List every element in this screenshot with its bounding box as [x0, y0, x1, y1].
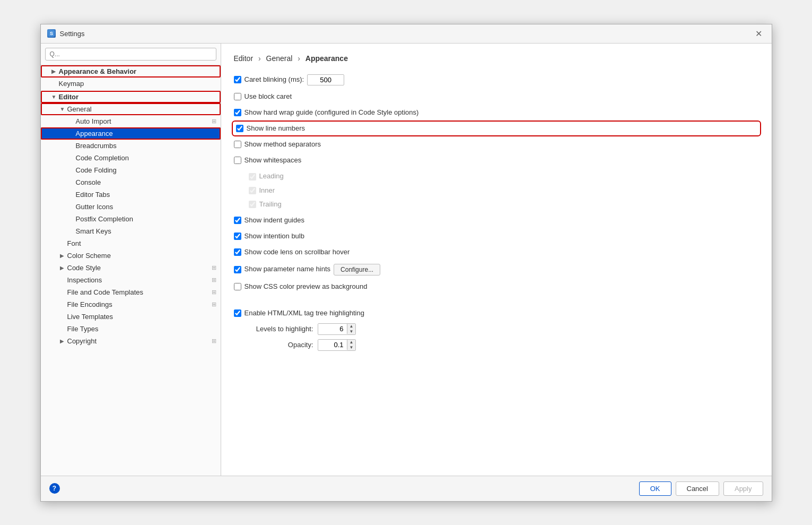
show-indent-guides-label[interactable]: Show indent guides: [245, 216, 304, 225]
expand-arrow: ▼: [60, 106, 67, 112]
sidebar-item-postfix-completion[interactable]: Postfix Completion: [41, 213, 221, 225]
show-code-lens-checkbox[interactable]: [234, 248, 241, 256]
expand-arrow: ▶: [60, 338, 67, 344]
show-hard-wrap-checkbox[interactable]: [234, 109, 241, 116]
sidebar-item-editor[interactable]: ▼ Editor: [41, 91, 221, 103]
sidebar-item-file-and-code-templates[interactable]: File and Code Templates ⊞: [41, 286, 221, 298]
sidebar-item-smart-keys[interactable]: Smart Keys: [41, 225, 221, 237]
sidebar-item-appearance-behavior[interactable]: ▶ Appearance & Behavior: [41, 65, 221, 78]
sidebar-item-label: Console: [76, 178, 216, 186]
checkbox-caret-blinking: Caret blinking (ms):: [234, 73, 759, 87]
help-button[interactable]: ?: [49, 483, 60, 494]
sidebar-item-label: Gutter Icons: [76, 203, 216, 211]
sidebar-item-label: Editor Tabs: [76, 191, 216, 199]
sidebar-item-general[interactable]: ▼ General: [41, 103, 221, 115]
sidebar-item-label: Breadcrumbs: [76, 142, 216, 150]
enable-html-highlight-label[interactable]: Enable HTML/XML tag tree highlighting: [245, 308, 364, 318]
show-intention-bulb-checkbox[interactable]: [234, 233, 241, 240]
sidebar-item-code-completion[interactable]: Code Completion: [41, 152, 221, 164]
sidebar-item-label: File Encodings: [67, 300, 209, 308]
caret-blinking-label[interactable]: Caret blinking (ms):: [245, 75, 304, 84]
checkbox-show-hard-wrap: Show hard wrap guide (configured in Code…: [234, 107, 759, 118]
show-css-color-label[interactable]: Show CSS color preview as background: [245, 282, 368, 291]
levels-up-arrow[interactable]: ▲: [347, 324, 356, 329]
show-parameter-hints-checkbox[interactable]: [234, 266, 241, 273]
checkbox-show-intention-bulb: Show intention bulb: [234, 230, 759, 242]
show-line-numbers-checkbox[interactable]: [236, 125, 243, 132]
levels-spinner: ▲ ▼: [318, 323, 356, 335]
sidebar-item-code-folding[interactable]: Code Folding: [41, 164, 221, 176]
show-method-separators-label[interactable]: Show method separators: [245, 140, 321, 149]
opacity-up-arrow[interactable]: ▲: [347, 340, 356, 345]
opacity-input[interactable]: [318, 340, 347, 350]
use-block-caret-label[interactable]: Use block caret: [245, 92, 292, 101]
show-whitespaces-checkbox[interactable]: [234, 157, 241, 164]
sidebar-item-file-encodings[interactable]: File Encodings ⊞: [41, 298, 221, 311]
sidebar-item-keymap[interactable]: Keymap: [41, 78, 221, 90]
checkbox-show-css-color: Show CSS color preview as background: [234, 281, 759, 292]
levels-down-arrow[interactable]: ▼: [347, 329, 356, 334]
sidebar-item-label: File Types: [67, 325, 216, 333]
configure-button[interactable]: Configure...: [334, 264, 380, 276]
show-intention-bulb-label[interactable]: Show intention bulb: [245, 231, 304, 241]
show-indent-guides-checkbox[interactable]: [234, 217, 241, 224]
sidebar-item-code-style[interactable]: ▶ Code Style ⊞: [41, 262, 221, 274]
search-bar: [41, 44, 221, 65]
sidebar-item-inspections[interactable]: Inspections ⊞: [41, 274, 221, 286]
leading-checkbox[interactable]: [249, 173, 256, 180]
expand-arrow: ▶: [60, 253, 67, 259]
sidebar-item-label: Appearance: [76, 130, 216, 137]
sidebar-item-label: Smart Keys: [76, 227, 216, 235]
sidebar-item-copyright[interactable]: ▶ Copyright ⊞: [41, 335, 221, 347]
sidebar-item-gutter-icons[interactable]: Gutter Icons: [41, 201, 221, 213]
show-line-numbers-label[interactable]: Show line numbers: [247, 124, 305, 133]
sidebar-item-label: General: [67, 105, 216, 113]
sidebar-item-label: Code Completion: [76, 154, 216, 162]
sidebar-item-breadcrumbs[interactable]: Breadcrumbs: [41, 140, 221, 152]
ok-button[interactable]: OK: [639, 481, 671, 496]
sidebar-item-font[interactable]: Font: [41, 237, 221, 249]
sidebar-item-label: Keymap: [59, 80, 216, 88]
show-parameter-hints-label[interactable]: Show parameter name hints: [245, 264, 331, 274]
opacity-down-arrow[interactable]: ▼: [347, 345, 356, 350]
trailing-checkbox[interactable]: [249, 201, 256, 208]
levels-input[interactable]: [318, 324, 347, 334]
show-method-separators-checkbox[interactable]: [234, 141, 241, 148]
content-area: Editor › General › Appearance Caret blin…: [221, 44, 772, 476]
copy-icon: ⊞: [212, 289, 216, 296]
show-hard-wrap-label[interactable]: Show hard wrap guide (configured in Code…: [245, 108, 419, 117]
sidebar-item-editor-tabs[interactable]: Editor Tabs: [41, 188, 221, 201]
close-button[interactable]: ✕: [752, 28, 765, 40]
cancel-button[interactable]: Cancel: [676, 481, 719, 496]
sidebar-item-file-types[interactable]: File Types: [41, 323, 221, 335]
search-input[interactable]: [45, 48, 216, 61]
apply-button[interactable]: Apply: [723, 481, 763, 496]
sidebar-item-appearance[interactable]: Appearance: [41, 127, 221, 140]
sidebar-item-label: Color Scheme: [67, 252, 216, 260]
inner-checkbox[interactable]: [249, 187, 256, 194]
dialog-body: ▶ Appearance & Behavior Keymap ▼ Editor …: [41, 44, 772, 476]
enable-html-highlight-checkbox[interactable]: [234, 309, 241, 317]
copy-icon: ⊞: [212, 264, 216, 271]
show-whitespaces-label[interactable]: Show whitespaces: [245, 156, 302, 165]
caret-blinking-checkbox[interactable]: [234, 76, 241, 83]
sidebar-item-auto-import[interactable]: Auto Import ⊞: [41, 115, 221, 127]
copy-icon: ⊞: [212, 277, 216, 283]
sidebar-item-label: Code Folding: [76, 166, 216, 174]
sidebar-item-console[interactable]: Console: [41, 176, 221, 188]
trailing-label: Trailing: [259, 200, 282, 209]
settings-dialog: S Settings ✕ ▶ Appearance & Behavior Key…: [40, 24, 772, 502]
sidebar-item-live-templates[interactable]: Live Templates: [41, 311, 221, 323]
levels-label: Levels to highlight:: [245, 325, 313, 333]
show-code-lens-label[interactable]: Show code lens on scrollbar hover: [245, 247, 350, 257]
levels-arrows: ▲ ▼: [347, 324, 356, 334]
checkbox-use-block-caret: Use block caret: [234, 91, 759, 102]
checkbox-show-line-numbers: Show line numbers: [234, 123, 759, 134]
caret-blinking-input[interactable]: [307, 74, 344, 85]
use-block-caret-checkbox[interactable]: [234, 93, 241, 100]
breadcrumb-part-2: General: [266, 54, 293, 63]
sidebar-item-color-scheme[interactable]: ▶ Color Scheme: [41, 249, 221, 262]
settings-section: Caret blinking (ms): Use block caret Sho…: [234, 73, 759, 351]
copy-icon: ⊞: [212, 301, 216, 308]
show-css-color-checkbox[interactable]: [234, 283, 241, 290]
